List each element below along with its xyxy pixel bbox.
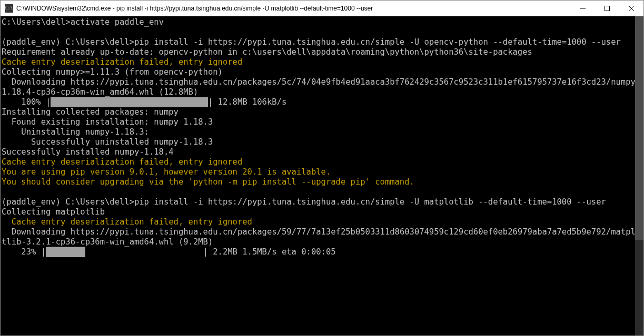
output-line: Successfully installed numpy-1.18.4 bbox=[2, 147, 174, 157]
warning-line: You should consider upgrading via the 'p… bbox=[2, 177, 414, 187]
close-button[interactable] bbox=[619, 1, 643, 16]
maximize-button[interactable] bbox=[595, 1, 619, 16]
output-line: Found existing installation: numpy 1.18.… bbox=[2, 117, 213, 127]
warning-line: Cache entry deserialization failed, entr… bbox=[2, 217, 252, 227]
prompt: C:\Users\dell> bbox=[2, 17, 71, 27]
titlebar[interactable]: C:\ C:\WINDOWS\system32\cmd.exe - pip in… bbox=[1, 1, 643, 16]
warning-line: Cache entry deserialization failed, entr… bbox=[2, 157, 242, 167]
minimize-button[interactable] bbox=[571, 1, 595, 16]
progress-percent: 23% | bbox=[2, 247, 46, 257]
cmd-icon: C:\ bbox=[5, 4, 13, 13]
warning-line: You are using pip version 9.0.1, however… bbox=[2, 167, 331, 177]
window-controls bbox=[571, 1, 643, 16]
progress-space bbox=[85, 247, 203, 257]
svg-rect-1 bbox=[605, 6, 610, 11]
progress-tail: | 12.8MB 106kB/s bbox=[208, 97, 286, 107]
output-line: Downloading https://pypi.tuna.tsinghua.e… bbox=[2, 227, 640, 247]
progress-tail: | 2.2MB 1.5MB/s eta 0:00:05 bbox=[203, 247, 336, 257]
scrollbar[interactable] bbox=[635, 16, 643, 335]
progress-percent: 100% | bbox=[2, 97, 51, 107]
output-line: Collecting matplotlib bbox=[2, 207, 105, 217]
cmd-window: C:\ C:\WINDOWS\system32\cmd.exe - pip in… bbox=[0, 0, 644, 336]
output-line: Requirement already up-to-date: opencv-p… bbox=[2, 47, 532, 57]
scrollbar-thumb[interactable] bbox=[635, 16, 643, 240]
output-line: Downloading https://pypi.tuna.tsinghua.e… bbox=[2, 77, 640, 97]
output-line: Installing collected packages: numpy bbox=[2, 107, 179, 117]
progress-bar-partial: ████████ bbox=[46, 247, 85, 257]
terminal-output[interactable]: C:\Users\dell>activate paddle_env (paddl… bbox=[1, 16, 643, 335]
command-text: activate paddle_env bbox=[71, 17, 164, 27]
window-title: C:\WINDOWS\system32\cmd.exe - pip instal… bbox=[16, 5, 571, 12]
output-line: Collecting numpy>=1.11.3 (from opencv-py… bbox=[2, 67, 223, 77]
output-line: (paddle_env) C:\Users\dell>pip install -… bbox=[2, 197, 606, 207]
output-line: Successfully uninstalled numpy-1.18.3 bbox=[2, 137, 213, 147]
progress-bar-full: ████████████████████████████████ bbox=[51, 97, 208, 107]
output-line: Uninstalling numpy-1.18.3: bbox=[2, 127, 149, 137]
warning-line: Cache entry deserialization failed, entr… bbox=[2, 57, 242, 67]
output-line: (paddle_env) C:\Users\dell>pip install -… bbox=[2, 37, 621, 47]
